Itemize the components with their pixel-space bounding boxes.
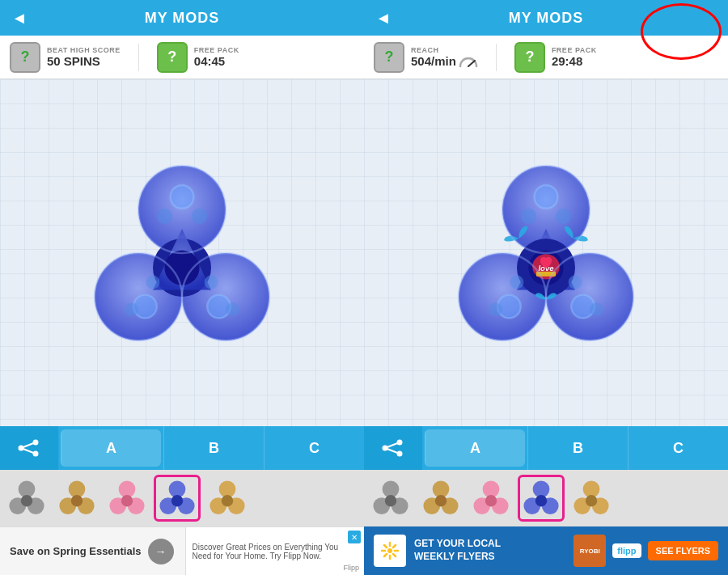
left-swatch-row <box>0 470 364 526</box>
right-share-button[interactable] <box>364 426 422 470</box>
svg-point-9 <box>146 275 160 289</box>
left-panel: ◄ MY MODS ? BEAT HIGH SCORE 50 SPINS ? F… <box>0 0 364 575</box>
right-spinner: love <box>449 156 643 350</box>
right-ad-bar: GET YOUR LOCAL WEEKLY FLYERS RYOBI flipp… <box>364 526 728 575</box>
left-stat1-text: BEAT HIGH SCORE 50 SPINS <box>47 46 121 68</box>
right-swatch-blue[interactable] <box>518 475 565 522</box>
share-icon <box>18 439 40 457</box>
speed-arc-icon <box>459 55 478 68</box>
svg-point-50 <box>521 208 536 223</box>
right-stat1-label: REACH <box>411 46 478 54</box>
right-panel: ◄ MY MODS ? REACH 504/min ? <box>364 0 728 575</box>
svg-line-95 <box>393 545 396 548</box>
left-swatch-pink[interactable] <box>104 475 150 522</box>
svg-point-71 <box>385 495 396 506</box>
left-stat-1: ? BEAT HIGH SCORE 50 SPINS <box>10 42 121 73</box>
left-swatch-gold2[interactable] <box>204 475 251 522</box>
right-title: MY MODS <box>509 10 584 27</box>
right-main-area: love <box>364 79 728 426</box>
share-icon-right <box>382 439 404 457</box>
left-ad-text: Save on Spring Essentials <box>10 545 142 557</box>
left-ad-brand: Flipp <box>343 564 359 572</box>
right-ad-actions: RYOBI flipp SEE FLYERS <box>574 535 718 567</box>
right-ad-text: GET YOUR LOCAL WEEKLY FLYERS <box>414 538 501 563</box>
svg-point-53 <box>489 302 502 316</box>
svg-line-66 <box>385 442 400 448</box>
left-swatch-gray[interactable] <box>3 475 50 522</box>
left-stat-divider <box>138 44 139 71</box>
svg-line-96 <box>384 554 387 556</box>
svg-point-4 <box>171 185 194 209</box>
right-tab-c[interactable]: C <box>628 426 728 470</box>
right-stat-2: ? FREE PACK 29:48 <box>514 42 597 73</box>
right-stat1-text: REACH 504/min <box>411 46 478 68</box>
right-swatch-row <box>364 470 728 526</box>
svg-point-55 <box>590 302 603 316</box>
right-ad-text1: GET YOUR LOCAL <box>414 538 501 551</box>
left-stats-bar: ? BEAT HIGH SCORE 50 SPINS ? FREE PACK 0… <box>0 36 364 79</box>
right-swatch-pink[interactable] <box>468 475 514 522</box>
left-ad-close[interactable]: ✕ <box>348 531 361 543</box>
right-back-button[interactable]: ◄ <box>375 9 392 27</box>
svg-point-37 <box>171 495 183 506</box>
left-back-button[interactable]: ◄ <box>11 9 28 27</box>
left-swatch-blue[interactable] <box>154 475 201 522</box>
left-stat2-label: FREE PACK <box>194 46 239 54</box>
left-swatch-gold[interactable] <box>53 475 100 522</box>
left-share-button[interactable] <box>0 426 58 470</box>
left-stat-2: ? FREE PACK 04:45 <box>157 42 239 73</box>
svg-point-88 <box>387 548 392 553</box>
left-main-area <box>0 79 364 426</box>
left-tab-c[interactable]: C <box>264 426 364 470</box>
left-stat2-text: FREE PACK 04:45 <box>194 46 239 68</box>
left-tab-a[interactable]: A <box>61 429 161 467</box>
svg-point-87 <box>586 495 597 506</box>
svg-line-42 <box>468 61 475 66</box>
svg-point-83 <box>535 495 547 506</box>
right-stat-divider <box>496 44 497 71</box>
svg-point-79 <box>485 495 497 506</box>
svg-point-7 <box>157 208 172 223</box>
left-title: MY MODS <box>145 10 220 27</box>
left-stat1-icon: ? <box>10 42 40 73</box>
right-ad-promo-icon: RYOBI <box>574 535 606 567</box>
right-ad-text2: WEEKLY FLYERS <box>414 551 501 564</box>
left-stat1-label: BEAT HIGH SCORE <box>47 46 121 54</box>
right-swatch-gold2[interactable] <box>568 475 615 522</box>
svg-point-29 <box>71 495 83 506</box>
svg-point-41 <box>222 495 233 506</box>
svg-line-93 <box>384 545 387 548</box>
svg-line-21 <box>21 448 36 454</box>
svg-line-20 <box>21 442 36 448</box>
right-stat1-icon: ? <box>374 42 404 73</box>
left-tab-b[interactable]: B <box>163 426 264 470</box>
left-toolbar-tabs: A B C <box>58 426 364 470</box>
svg-point-33 <box>121 495 133 506</box>
right-tab-a[interactable]: A <box>425 429 525 467</box>
left-ad-left: Save on Spring Essentials → <box>0 539 185 564</box>
svg-point-11 <box>205 275 218 289</box>
svg-point-12 <box>226 302 239 316</box>
right-stat1-value: 504/min <box>411 54 456 68</box>
right-stat2-text: FREE PACK 29:48 <box>552 46 597 68</box>
right-stats-bar: ? REACH 504/min ? FREE PACK 29:48 <box>364 36 728 79</box>
svg-point-10 <box>125 302 138 316</box>
left-ad-arrow[interactable]: → <box>148 539 174 564</box>
left-ad-right-text: Discover Great Prices on Everything You … <box>193 543 358 560</box>
svg-point-54 <box>569 275 582 289</box>
left-spinner <box>85 156 279 350</box>
svg-point-75 <box>435 495 447 506</box>
right-stat1-speed: 504/min <box>411 54 478 68</box>
right-stat2-label: FREE PACK <box>552 46 597 54</box>
svg-point-47 <box>535 185 558 209</box>
svg-point-52 <box>510 275 524 289</box>
svg-point-8 <box>192 208 207 223</box>
walmart-icon <box>374 535 406 567</box>
right-swatch-gold[interactable] <box>417 475 464 522</box>
right-toolbar: A B C <box>364 426 728 470</box>
svg-line-94 <box>393 554 396 556</box>
right-tab-b[interactable]: B <box>527 426 628 470</box>
left-toolbar: A B C <box>0 426 364 470</box>
right-see-flyers-button[interactable]: SEE FLYERS <box>648 541 718 560</box>
right-swatch-gray[interactable] <box>367 475 414 522</box>
